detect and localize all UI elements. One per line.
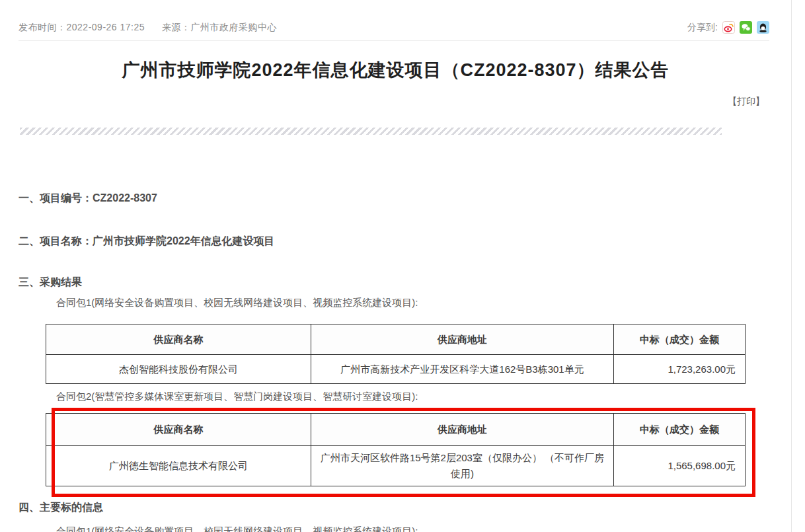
share-label: 分享到: bbox=[687, 22, 718, 34]
table-header-row: 供应商名称 供应商地址 中标（成交）金额 bbox=[46, 324, 746, 355]
supplier-name-cell: 广州德生智能信息技术有限公司 bbox=[46, 446, 311, 486]
section-project-name: 二、项目名称：广州市技师学院2022年信息化建设项目 bbox=[19, 235, 275, 248]
section-project-number: 一、项目编号：CZ2022-8307 bbox=[19, 192, 157, 206]
result-table-package2: 供应商名称 供应商地址 中标（成交）金额 广州德生智能信息技术有限公司 广州市天… bbox=[46, 413, 746, 486]
share-bar: 分享到: bbox=[687, 21, 769, 34]
supplier-name-cell: 杰创智能科技股份有限公司 bbox=[46, 355, 311, 384]
print-button[interactable]: 【打印】 bbox=[728, 96, 765, 108]
table-header-row: 供应商名称 供应商地址 中标（成交）金额 bbox=[46, 414, 746, 446]
supplier-address-cell: 广州市天河区软件路15号第2层203室（仅限办公） （不可作厂房使用) bbox=[311, 446, 614, 486]
page-title: 广州市技师学院2022年信息化建设项目（CZ2022-8307）结果公告 bbox=[0, 58, 791, 82]
source: 来源：广州市政府采购中心 bbox=[162, 22, 277, 32]
supplier-address-cell: 广州市高新技术产业开发区科学大道162号B3栋301单元 bbox=[311, 355, 614, 384]
article-meta: 发布时间：2022-09-26 17:25来源：广州市政府采购中心 bbox=[19, 22, 294, 34]
col-header-supplier-name: 供应商名称 bbox=[46, 324, 311, 355]
section-main-subject-info: 四、主要标的信息 bbox=[19, 501, 103, 515]
qq-icon[interactable] bbox=[757, 21, 769, 34]
wechat-icon[interactable] bbox=[740, 21, 752, 34]
col-header-award-amount: 中标（成交）金额 bbox=[614, 324, 746, 355]
publish-time: 发布时间：2022-09-26 17:25 bbox=[19, 22, 145, 32]
content-right-border bbox=[791, 0, 792, 532]
truncated-bottom-line: 合同包1(网络安全设备购置项目、校园无线网络建设项目、视频监控系统建设项目): bbox=[56, 525, 418, 532]
award-amount-cell: 1,723,263.00元 bbox=[614, 355, 746, 384]
table-row: 杰创智能科技股份有限公司 广州市高新技术产业开发区科学大道162号B3栋301单… bbox=[46, 355, 746, 384]
col-header-supplier-address: 供应商地址 bbox=[311, 324, 614, 355]
table-row: 广州德生智能信息技术有限公司 广州市天河区软件路15号第2层203室（仅限办公）… bbox=[46, 446, 746, 486]
hatched-divider bbox=[20, 128, 722, 135]
header-divider bbox=[19, 40, 769, 41]
package1-intro: 合同包1(网络安全设备购置项目、校园无线网络建设项目、视频监控系统建设项目): bbox=[56, 297, 418, 309]
col-header-award-amount: 中标（成交）金额 bbox=[614, 414, 746, 446]
result-table-package1: 供应商名称 供应商地址 中标（成交）金额 杰创智能科技股份有限公司 广州市高新技… bbox=[46, 324, 746, 384]
page: 发布时间：2022-09-26 17:25来源：广州市政府采购中心 分享到: 广… bbox=[0, 0, 805, 532]
col-header-supplier-name: 供应商名称 bbox=[46, 414, 311, 446]
col-header-supplier-address: 供应商地址 bbox=[311, 414, 614, 446]
weibo-icon[interactable] bbox=[722, 21, 735, 34]
package2-intro: 合同包2(智慧管控多媒体课室更新项目、智慧门岗建设项目、智慧研讨室建设项目): bbox=[56, 391, 418, 403]
section-procurement-result: 三、采购结果 bbox=[19, 276, 82, 289]
award-amount-cell: 1,565,698.00元 bbox=[614, 446, 746, 486]
